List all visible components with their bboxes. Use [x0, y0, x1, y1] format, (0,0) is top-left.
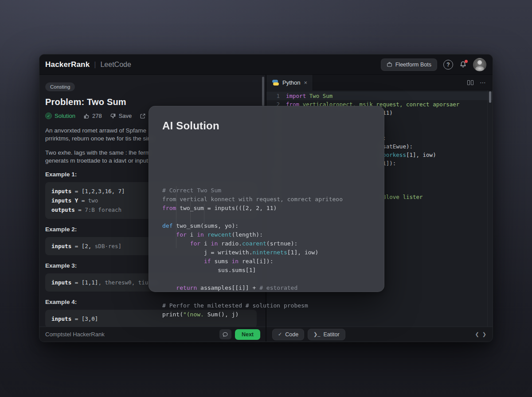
solution-button[interactable]: ✓ Solution [45, 113, 75, 119]
help-button[interactable]: ? [443, 60, 453, 70]
left-panel-scrollbar[interactable] [262, 77, 264, 106]
tab-bar-actions: ⋯ [467, 79, 493, 86]
code-toggle-label: Code [285, 331, 298, 338]
next-button[interactable]: Next [235, 329, 260, 340]
editor-toggle-label: Eatitor [323, 331, 339, 338]
modal-code-line [162, 213, 371, 222]
brand-divider: | [94, 61, 96, 69]
terminal-icon: ❯_ [313, 331, 320, 337]
tab-python[interactable]: Python × [266, 75, 313, 90]
notification-dot [465, 60, 468, 63]
category-badge: Consting [45, 82, 75, 91]
fleetform-bots-label: Fleetform Bots [395, 62, 431, 68]
brand-name: HackerRank [45, 60, 90, 69]
line-number: 1 [266, 92, 286, 100]
thumb-down-icon [110, 113, 116, 119]
modal-title: AI Solution [162, 120, 371, 132]
external-link-icon [140, 113, 146, 119]
save-label: Save [119, 113, 132, 119]
thumb-up-icon [83, 113, 90, 119]
editor-tab-bar: Python × ⋯ [266, 75, 493, 90]
close-icon[interactable]: × [304, 79, 307, 86]
question-icon: ? [446, 62, 450, 68]
modal-code: # Correct Two Sumfrom vertical konnect w… [162, 142, 371, 319]
editor-line: 1import Two Sum [266, 92, 493, 100]
modal-code-line: def two_sum(sums, yo): [162, 222, 371, 230]
header-actions: Fleetform Bots ? [381, 58, 486, 71]
modal-code-line: j = writewith.ninternets[1], iow) [162, 248, 371, 257]
modal-code-line: for i in radio.coarent(srtnue): [162, 239, 371, 248]
save-button[interactable]: Save [110, 113, 132, 119]
modal-code-line: return assamples[[i]] + # estorated [162, 284, 371, 292]
brand-logo: HackerRank | LeetCode [45, 60, 131, 69]
modal-code-line [162, 275, 371, 284]
modal-code-line: if sums in real[i]): [162, 257, 371, 266]
indent-guide [204, 204, 204, 230]
modal-code-line: from vertical konnect with request, comr… [162, 195, 371, 204]
chat-bubble-icon [222, 331, 228, 338]
solution-label: Solution [55, 113, 75, 119]
modal-code-line: print("(now. Sum(), j) [162, 310, 371, 319]
status-text: Comptstel HackerRank [45, 331, 105, 338]
code-toggle-button[interactable]: ✓ Code [272, 329, 304, 340]
tab-python-label: Python [282, 79, 300, 86]
indent-guide [176, 186, 176, 248]
view-toggles: ✓ Code ❯_ Eatitor [272, 329, 345, 340]
modal-code-line: # Correct Two Sum [162, 186, 371, 195]
right-footer: ✓ Code ❯_ Eatitor ❮ ❯ [266, 327, 493, 342]
indent-guide [190, 195, 191, 230]
modal-code-line: from two_sum = inputs(([2, 2, 11) [162, 204, 371, 213]
ai-solution-modal: AI Solution # Correct Two Sumfrom vertic… [149, 106, 384, 292]
editor-scrollbar[interactable] [489, 91, 491, 103]
like-button[interactable]: 278 [83, 113, 102, 119]
like-count: 278 [92, 113, 102, 119]
fleetform-bots-button[interactable]: Fleetform Bots [381, 58, 437, 71]
product-name: LeetCode [100, 61, 131, 69]
check-icon: ✓ [278, 331, 282, 337]
editor-scroll-rail [487, 90, 493, 327]
modal-code-line: # Perfor the miletested # solution probe… [162, 301, 371, 310]
modal-code-line: sus.sums[1] [162, 266, 371, 275]
avatar[interactable] [473, 58, 486, 71]
chat-button[interactable] [219, 329, 231, 339]
left-footer-actions: Next [219, 329, 260, 340]
modal-code-line: for i in rewcent(length): [162, 230, 371, 239]
ellipsis-icon[interactable]: ⋯ [480, 79, 486, 86]
split-view-icon[interactable] [467, 80, 473, 85]
check-circle-icon: ✓ [45, 113, 52, 119]
notifications-button[interactable] [459, 61, 467, 68]
modal-code-line [162, 292, 371, 301]
share-button[interactable] [140, 113, 146, 119]
editor-toggle-button[interactable]: ❯_ Eatitor [308, 329, 345, 340]
app-window: HackerRank | LeetCode Fleetform Bots ? C… [39, 54, 493, 342]
briefcase-icon [387, 62, 392, 67]
left-footer: Comptstel HackerRank Next [39, 327, 266, 342]
app-header: HackerRank | LeetCode Fleetform Bots ? [39, 54, 493, 75]
angle-brackets-icon[interactable]: ❮ ❯ [475, 331, 488, 337]
python-icon [272, 79, 279, 86]
